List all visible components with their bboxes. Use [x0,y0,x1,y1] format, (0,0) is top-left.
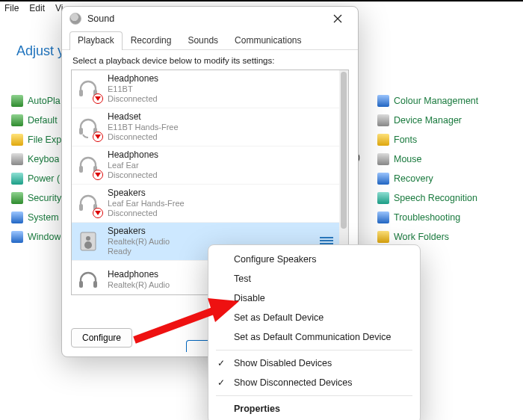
security-icon [11,192,23,204]
recovery-icon [377,173,389,185]
device-status: Disconnected [108,170,158,180]
device-name: Headphones [108,270,170,280]
windows-icon [11,231,23,243]
page-heading: Adjust y [16,43,64,59]
headphones-icon [75,152,102,179]
device-sub: E11BT Hands-Free [108,123,179,132]
sound-icon [69,13,81,25]
menu-properties[interactable]: Properties [208,399,420,419]
menu-set-default-comm[interactable]: Set as Default Communication Device [208,327,420,347]
device-name: Headphones [108,150,158,161]
menu-disable[interactable]: Disable [208,288,420,308]
device-status: Disconnected [108,209,185,218]
device-manager-icon [377,114,389,126]
device-status: Disconnected [108,132,179,142]
cp-item-device-manager[interactable]: Device Manager [377,111,519,130]
device-status: Ready [108,247,170,256]
system-icon [11,211,23,223]
headphones-icon [75,190,102,217]
dialog-tabs: Playback Recording Sounds Communications [62,31,358,50]
device-name: Headphones [108,74,158,84]
autoplay-icon [11,95,23,107]
device-sub: Leaf Ear Hands-Free [108,199,185,209]
colour-icon [377,95,389,107]
menu-show-disabled[interactable]: Show Disabled Devices [208,353,420,373]
menu-edit[interactable]: Edit [29,3,45,16]
configure-button[interactable]: Configure [71,328,132,348]
menu-separator [216,350,412,350]
device-name: Headset [108,112,179,123]
headset-icon [75,114,102,140]
control-panel-right-column: Colour Management Device Manager Fonts M… [377,91,519,247]
dialog-titlebar[interactable]: Sound [62,7,358,31]
menu-show-disconnected[interactable]: Show Disconnected Devices [208,373,420,392]
menu-file[interactable]: File [4,3,19,16]
device-row[interactable]: Headphones Leaf Ear Disconnected [72,146,348,185]
tab-playback[interactable]: Playback [69,31,123,50]
cp-item-speech[interactable]: Speech Recognition [377,188,519,208]
cp-item-fonts[interactable]: Fonts [377,130,519,149]
cp-item-troubleshooting[interactable]: Troubleshooting [377,208,519,227]
device-row[interactable]: Speakers Leaf Ear Hands-Free Disconnecte… [72,185,348,223]
fonts-icon [377,134,389,146]
speaker-icon [75,228,102,255]
keyboard-icon [11,153,23,165]
svg-rect-0 [79,90,83,96]
svg-rect-11 [79,281,83,288]
svg-rect-4 [79,166,83,173]
tab-sounds[interactable]: Sounds [179,31,226,50]
tab-communications[interactable]: Communications [226,31,309,50]
svg-rect-2 [79,128,83,135]
dialog-title: Sound [87,13,325,24]
device-name: Speakers [108,188,185,199]
device-row[interactable]: Headphones E11BT Disconnected [72,70,348,108]
menu-set-default[interactable]: Set as Default Device [208,308,420,327]
work-folders-icon [377,231,389,243]
device-context-menu: Configure Speakers Test Disable Set as D… [208,244,421,420]
headphones-icon [75,267,102,294]
menu-configure-speakers[interactable]: Configure Speakers [208,250,420,269]
headphones-icon [75,75,102,102]
close-icon [333,14,342,23]
device-status: Disconnected [108,94,158,104]
troubleshooting-icon [377,211,389,223]
default-programs-icon [11,114,23,126]
device-sub: Leaf Ear [108,161,158,170]
svg-point-9 [86,236,90,241]
instruction-text: Select a playback device below to modify… [62,50,358,68]
device-sub: Realtek(R) Audio [108,237,170,247]
file-explorer-icon [11,134,23,146]
close-button[interactable] [325,10,350,28]
power-icon [11,173,23,185]
menu-test[interactable]: Test [208,269,420,288]
tab-recording[interactable]: Recording [123,31,180,50]
device-name: Speakers [108,226,170,237]
device-row[interactable]: Headset E11BT Hands-Free Disconnected [72,108,348,146]
svg-point-10 [84,241,92,249]
scrollbar-thumb[interactable] [341,72,347,229]
device-sub: Realtek(R) Audio [108,280,170,290]
svg-rect-6 [79,204,83,211]
cp-item-colour-management[interactable]: Colour Management [377,91,519,111]
mouse-icon [377,153,389,165]
device-sub: E11BT [108,84,158,94]
svg-rect-12 [93,281,97,288]
speech-icon [377,192,389,204]
menu-separator [216,395,412,396]
cp-item-mouse[interactable]: Mouse [377,149,519,169]
cp-item-recovery[interactable]: Recovery [377,169,519,188]
